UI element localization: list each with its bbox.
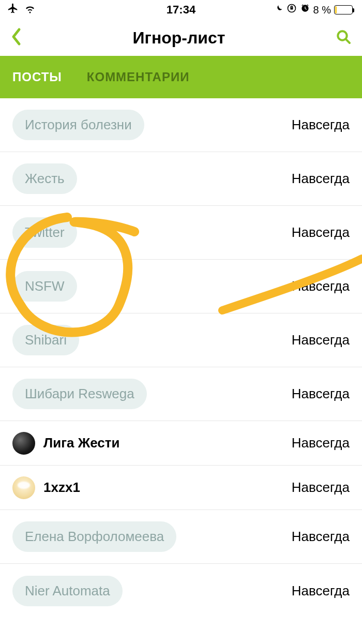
tab-comments[interactable]: КОММЕНТАРИИ	[87, 70, 190, 84]
search-button[interactable]	[335, 28, 352, 47]
user-label: 1xzx1	[43, 480, 80, 496]
svg-rect-1	[290, 7, 293, 9]
tag-chip: Шибари Reswega	[12, 379, 147, 409]
duration-label: Навсегда	[292, 435, 350, 451]
status-left	[7, 2, 36, 18]
tag-chip: Shibari	[12, 325, 79, 355]
wifi-icon	[24, 2, 36, 18]
tag-chip: Елена Ворфоломеева	[12, 521, 176, 552]
list-item[interactable]: Лига Жести Навсегда	[0, 421, 362, 466]
tag-chip: Жесть	[12, 163, 77, 194]
tag-chip: История болезни	[12, 110, 144, 140]
tag-chip: Nier Automata	[12, 576, 123, 606]
duration-label: Навсегда	[292, 278, 350, 294]
status-time: 17:34	[167, 3, 195, 17]
duration-label: Навсегда	[292, 117, 350, 133]
duration-label: Навсегда	[292, 332, 350, 348]
moon-icon	[274, 3, 283, 17]
tag-chip: Twitter	[12, 217, 77, 248]
duration-label: Навсегда	[292, 480, 350, 496]
tag-chip: NSFW	[12, 271, 77, 302]
avatar	[12, 432, 35, 455]
alarm-icon	[300, 3, 310, 17]
orientation-lock-icon	[286, 3, 297, 17]
app-header: Игнор-лист	[0, 20, 362, 56]
page-title: Игнор-лист	[133, 28, 225, 48]
list-item[interactable]: Шибари Reswega Навсегда	[0, 367, 362, 421]
list-item[interactable]: Жесть Навсегда	[0, 152, 362, 206]
duration-label: Навсегда	[292, 171, 350, 187]
duration-label: Навсегда	[292, 224, 350, 241]
list-item[interactable]: Елена Ворфоломеева Навсегда	[0, 510, 362, 564]
status-right: 8 %	[274, 3, 353, 17]
duration-label: Навсегда	[292, 583, 350, 599]
user-label: Лига Жести	[43, 435, 120, 451]
list-item[interactable]: NSFW Навсегда	[0, 260, 362, 313]
list-item[interactable]: Nier Automata Навсегда	[0, 564, 362, 618]
status-bar: 17:34 8 %	[0, 0, 362, 20]
list-item[interactable]: История болезни Навсегда	[0, 98, 362, 152]
svg-line-3	[346, 39, 350, 43]
list-item[interactable]: Twitter Навсегда	[0, 206, 362, 260]
avatar	[12, 476, 35, 499]
duration-label: Навсегда	[292, 529, 350, 545]
tabs-bar: ПОСТЫ КОММЕНТАРИИ	[0, 56, 362, 98]
back-button[interactable]	[10, 27, 23, 48]
list-item[interactable]: Shibari Навсегда	[0, 313, 362, 367]
list-item[interactable]: 1xzx1 Навсегда	[0, 466, 362, 510]
tab-posts[interactable]: ПОСТЫ	[12, 70, 62, 84]
ignore-list: История болезни Навсегда Жесть Навсегда …	[0, 98, 362, 618]
battery-percent: 8 %	[313, 4, 331, 16]
airplane-mode-icon	[7, 3, 19, 17]
duration-label: Навсегда	[292, 386, 350, 402]
battery-icon	[334, 5, 353, 14]
